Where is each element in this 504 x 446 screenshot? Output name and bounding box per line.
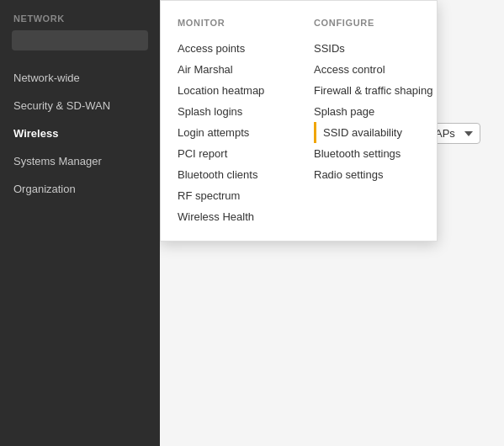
menu-item-firewall-traffic-shaping[interactable]: Firewall & traffic shaping <box>314 80 437 101</box>
menu-item-radio-settings[interactable]: Radio settings <box>314 164 437 185</box>
menu-item-splash-page[interactable]: Splash page <box>314 101 437 122</box>
configure-column: CONFIGURE SSIDs Access control Firewall … <box>300 18 437 227</box>
monitor-header: MONITOR <box>178 18 300 28</box>
menu-item-bluetooth-settings[interactable]: Bluetooth settings <box>314 143 437 164</box>
menu-item-ssid-availability[interactable]: SSID availability <box>314 122 437 143</box>
sidebar-item-security-sdwan[interactable]: Security & SD-WAN <box>0 92 160 119</box>
configure-header: CONFIGURE <box>314 18 437 28</box>
menu-item-access-control[interactable]: Access control <box>314 59 437 80</box>
sidebar-search-container <box>0 30 160 64</box>
menu-item-ssids[interactable]: SSIDs <box>314 38 437 59</box>
menu-item-wireless-health[interactable]: Wireless Health <box>178 206 300 227</box>
menu-item-login-attempts[interactable]: Login attempts <box>178 122 300 143</box>
sidebar-item-wireless[interactable]: Wireless <box>0 119 160 147</box>
menu-item-bluetooth-clients[interactable]: Bluetooth clients <box>178 164 300 185</box>
sidebar: NETWORK Network-wide Security & SD-WAN W… <box>0 0 160 446</box>
menu-item-splash-logins[interactable]: Splash logins <box>178 101 300 122</box>
wireless-dropdown-menu: MONITOR Access points Air Marshal Locati… <box>160 0 438 242</box>
menu-item-access-points[interactable]: Access points <box>178 38 300 59</box>
menu-item-pci-report[interactable]: PCI report <box>178 143 300 164</box>
main-content: SSID availability SSID: D ⇅ Visibility H… <box>160 0 504 446</box>
menu-item-location-heatmap[interactable]: Location heatmap <box>178 80 300 101</box>
menu-item-air-marshal[interactable]: Air Marshal <box>178 59 300 80</box>
sidebar-item-organization[interactable]: Organization <box>0 175 160 203</box>
sidebar-item-network-wide[interactable]: Network-wide <box>0 64 160 92</box>
sidebar-item-systems-manager[interactable]: Systems Manager <box>0 147 160 175</box>
monitor-column: MONITOR Access points Air Marshal Locati… <box>161 18 300 227</box>
sidebar-section-label: NETWORK <box>0 13 160 30</box>
sidebar-search-input[interactable] <box>12 30 148 50</box>
menu-item-rf-spectrum[interactable]: RF spectrum <box>178 185 300 206</box>
